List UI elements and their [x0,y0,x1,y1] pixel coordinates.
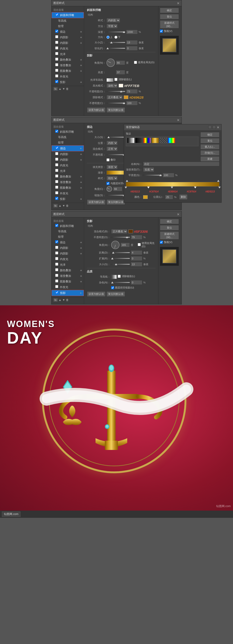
p3-contour-preview[interactable] [111,275,117,279]
panel3-sidebar-stroke[interactable]: 描边 + [51,240,84,245]
ge-save-btn[interactable]: 存储(S)... [200,150,220,156]
shadow-opac-slider[interactable] [106,103,125,104]
panel3-reset-default-btn[interactable]: 复位到默认值 [106,291,125,297]
angle-input[interactable] [116,60,125,65]
preset-gold[interactable] [151,138,159,143]
up-icon[interactable]: ▲ [59,87,61,90]
panel2-down-icon[interactable]: ▼ [62,204,65,207]
preview-checkbox[interactable] [160,30,163,33]
p3-opac-input[interactable] [131,235,142,240]
angle-widget[interactable] [106,58,115,67]
ge-maximize[interactable] [213,126,216,129]
panel3-sidebar-bevel[interactable]: 斜面和浮雕 [51,223,84,229]
panel3-sidebar-contour[interactable]: 等高线 [51,229,84,234]
sidebar-item-inner-shadow1[interactable]: 内阴影 + [51,34,84,40]
sidebar-item-texture[interactable]: 纹理 [51,24,84,29]
ge-close[interactable]: ✕ [217,126,220,129]
depth-input[interactable] [126,30,138,34]
panel2-sidebar-outer-glow[interactable]: 外发光 [51,190,84,196]
size-slider[interactable] [106,42,125,43]
stroke-scale-slider[interactable] [106,195,125,196]
ge-delete-btn[interactable]: 删除 [179,194,188,200]
ge-location-input[interactable] [165,195,173,200]
panel2-sidebar-gradient-overlay[interactable]: 渐变叠加 + [51,179,84,185]
panel2-sidebar-stroke[interactable]: 描边 + [51,145,84,152]
inner-shadow1-plus[interactable]: + [80,36,82,39]
ge-smooth-slider[interactable] [143,175,162,176]
p3-spread-input[interactable] [131,256,142,261]
p3-new-style-btn[interactable]: 新建样式(W)... [160,232,179,240]
panel2-stroke-plus[interactable]: + [80,146,82,150]
hl-opac-input[interactable] [126,89,138,94]
p3-ok-btn[interactable]: 确定 [160,219,179,224]
panel3-up-icon[interactable]: ▲ [59,298,61,302]
panel2-reset-default-btn[interactable]: 复位到默认值 [106,200,125,205]
dir-up-radio[interactable] [106,36,110,39]
hl-opac-slider[interactable] [106,91,125,92]
panel3-sidebar-pattern-overlay[interactable]: 图案叠加 + [51,279,84,284]
panel3-sidebar-color-overlay[interactable]: 颜色叠加 + [51,268,84,273]
depth-slider[interactable] [106,32,125,32]
stamp-checkbox[interactable] [106,158,110,162]
preset-rainbow[interactable] [143,138,151,143]
sidebar-item-drop-shadow[interactable]: 投影 + [51,79,84,85]
checkbox-satin[interactable] [55,52,58,55]
panel2-trash-icon[interactable]: 🗑 [66,204,69,207]
stroke-opac-slider[interactable] [106,154,125,155]
panel3-sidebar-texture[interactable]: 纹理 [51,234,84,240]
checkbox-outer-glow[interactable] [55,74,58,78]
style-select[interactable]: 内斜面 [106,18,120,23]
sidebar-item-gradient-overlay[interactable]: 渐变叠加 + [51,62,84,68]
panel2-set-default-btn[interactable]: 设置为默认值 [87,200,106,205]
use-global-checkbox[interactable] [134,61,137,64]
checkbox-drop-shadow[interactable] [55,80,58,83]
panel2-sidebar-texture[interactable]: 纹理 [51,140,84,145]
panel3-sidebar-drop-shadow[interactable]: 投影 + [51,290,84,296]
p3-anti-checkbox[interactable] [118,275,121,278]
dir-down-radio[interactable] [114,36,117,39]
panel2-sidebar-bevel[interactable]: 斜面和浮雕 [51,129,84,134]
p3-preview-checkbox[interactable] [160,241,163,244]
soften-slider[interactable] [106,48,125,49]
align-checkbox[interactable] [106,182,110,185]
shadow-mode-select[interactable]: 正片叠底 [106,95,123,100]
panel2-sidebar-drop-shadow[interactable]: 投影 + [51,196,84,202]
color-overlay-plus[interactable]: + [80,58,82,62]
p3-size-slider[interactable] [111,264,130,265]
checkbox-inner-shadow1[interactable] [55,35,58,38]
opacity-stop-0[interactable] [126,180,128,182]
method-select[interactable]: 平滑 [106,24,118,28]
opacity-stop-100[interactable] [217,180,220,182]
p3-noise-input[interactable] [131,280,142,285]
sidebar-item-inner-shadow2[interactable]: 内阴影 + [51,40,84,46]
panel3-sidebar-satin[interactable]: 光泽 [51,262,84,268]
sidebar-item-contour[interactable]: 等高线 [51,18,84,24]
panel2-sidebar-color-overlay[interactable]: 颜色叠加 + [51,174,84,179]
sidebar-item-stroke[interactable]: 描边 + [51,29,84,34]
color-stop-0[interactable] [125,186,127,188]
panel3-sidebar-inner-glow[interactable]: 内发光 [51,256,84,262]
hl-mode-select[interactable]: 滤色 [106,83,118,88]
down-icon[interactable]: ▼ [62,87,65,90]
altitude-input[interactable] [116,70,125,75]
set-default-btn[interactable]: 设置为默认值 [87,107,106,113]
color-stop-75[interactable] [194,186,197,188]
stroke-size-slider[interactable] [106,137,125,138]
inner-shadow2-plus[interactable]: + [80,41,82,45]
ge-smooth-input[interactable] [163,173,174,178]
checkbox-pattern-overlay[interactable] [55,69,58,72]
color-stop-50[interactable] [171,186,173,188]
stroke-blend-select[interactable]: 正常 [106,146,118,151]
gradient-overlay-plus[interactable]: + [80,64,82,67]
stroke-pos-select[interactable]: 内部 [106,141,118,145]
stroke-style-select[interactable]: 线性 [106,176,118,180]
cancel-btn[interactable]: 复位 [160,14,179,19]
p3-size-input[interactable] [131,262,142,266]
gloss-preview[interactable] [106,78,113,82]
ge-gradient-bar[interactable] [126,182,220,186]
panel1-close[interactable]: ✕ [177,2,180,5]
panel2-sidebar-inner-glow[interactable]: 内发光 [51,162,84,168]
size-input[interactable] [126,40,138,45]
panel3-close[interactable]: ✕ [177,212,180,216]
preset-checker[interactable] [160,138,167,143]
